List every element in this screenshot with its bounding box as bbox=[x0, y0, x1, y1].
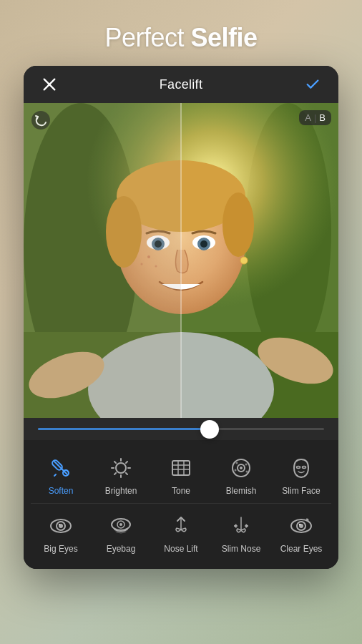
tools-panel: Soften Bright bbox=[24, 440, 338, 569]
slim-face-icon bbox=[286, 453, 316, 483]
svg-point-50 bbox=[246, 471, 248, 473]
svg-line-37 bbox=[126, 462, 127, 463]
slider-track[interactable] bbox=[38, 428, 324, 430]
svg-rect-25 bbox=[24, 103, 181, 418]
brighten-icon bbox=[106, 453, 136, 483]
nose-lift-label: Nose Lift bbox=[164, 544, 197, 554]
tone-label: Tone bbox=[172, 486, 190, 496]
photo-area: A | B bbox=[24, 103, 338, 418]
svg-point-14 bbox=[222, 192, 254, 257]
close-button[interactable] bbox=[38, 73, 61, 96]
svg-rect-39 bbox=[172, 461, 190, 475]
svg-point-52 bbox=[303, 467, 306, 469]
tools-row-1: Soften Bright bbox=[24, 446, 338, 503]
phone-frame: Facelift bbox=[24, 66, 338, 569]
after-label: B bbox=[319, 112, 326, 123]
tool-slim-face[interactable]: Slim Face bbox=[274, 450, 328, 499]
svg-point-26 bbox=[240, 257, 248, 264]
tool-big-eyes[interactable]: Big Eyes bbox=[34, 508, 88, 557]
tool-slim-nose[interactable]: Slim Nose bbox=[214, 508, 268, 557]
before-label: A bbox=[305, 112, 311, 123]
tool-nose-lift[interactable]: Nose Lift bbox=[154, 508, 208, 557]
brighten-label: Brighten bbox=[105, 486, 137, 496]
header-title: Facelift bbox=[160, 77, 202, 92]
slim-nose-label: Slim Nose bbox=[222, 544, 261, 554]
svg-point-51 bbox=[297, 467, 300, 469]
tools-row-2: Big Eyes Eyebag bbox=[24, 504, 338, 561]
eyebag-label: Eyebag bbox=[107, 544, 136, 554]
svg-point-30 bbox=[116, 463, 126, 473]
header-bar: Facelift bbox=[24, 66, 338, 103]
clear-eyes-label: Clear Eyes bbox=[280, 544, 323, 554]
svg-line-35 bbox=[114, 462, 116, 463]
slim-nose-icon bbox=[226, 511, 256, 541]
tool-brighten[interactable]: Brighten bbox=[94, 450, 148, 499]
tone-icon bbox=[166, 453, 196, 483]
undo-button[interactable] bbox=[31, 110, 51, 133]
nose-lift-icon bbox=[166, 511, 196, 541]
svg-point-56 bbox=[59, 524, 60, 525]
slider-thumb[interactable] bbox=[200, 420, 219, 439]
svg-point-49 bbox=[235, 469, 237, 472]
soften-icon bbox=[46, 453, 76, 483]
clear-eyes-icon bbox=[286, 511, 316, 541]
blemish-icon bbox=[226, 453, 256, 483]
slim-face-label: Slim Face bbox=[282, 486, 320, 496]
soften-label: Soften bbox=[49, 486, 74, 496]
big-eyes-label: Big Eyes bbox=[44, 544, 77, 554]
tool-clear-eyes[interactable]: Clear Eyes bbox=[274, 508, 328, 557]
svg-line-38 bbox=[114, 473, 116, 474]
big-eyes-icon bbox=[46, 511, 76, 541]
slider-fill bbox=[38, 428, 210, 430]
tool-eyebag[interactable]: Eyebag bbox=[94, 508, 148, 557]
slider-bar bbox=[24, 418, 338, 440]
tool-blemish[interactable]: Blemish bbox=[214, 450, 268, 499]
confirm-button[interactable] bbox=[301, 73, 324, 96]
svg-line-66 bbox=[307, 519, 308, 520]
ab-badge[interactable]: A | B bbox=[299, 110, 331, 125]
svg-line-36 bbox=[126, 473, 127, 474]
page-title: Perfect Selfie bbox=[104, 23, 257, 53]
svg-point-20 bbox=[200, 240, 207, 248]
svg-point-47 bbox=[236, 462, 238, 464]
blemish-label: Blemish bbox=[226, 486, 257, 496]
svg-point-48 bbox=[245, 464, 248, 466]
eyebag-icon bbox=[106, 511, 136, 541]
svg-point-46 bbox=[240, 467, 243, 469]
svg-point-59 bbox=[119, 523, 122, 526]
svg-point-27 bbox=[31, 111, 50, 130]
tool-tone[interactable]: Tone bbox=[154, 450, 208, 499]
tool-soften[interactable]: Soften bbox=[34, 450, 88, 499]
svg-point-63 bbox=[299, 524, 300, 525]
